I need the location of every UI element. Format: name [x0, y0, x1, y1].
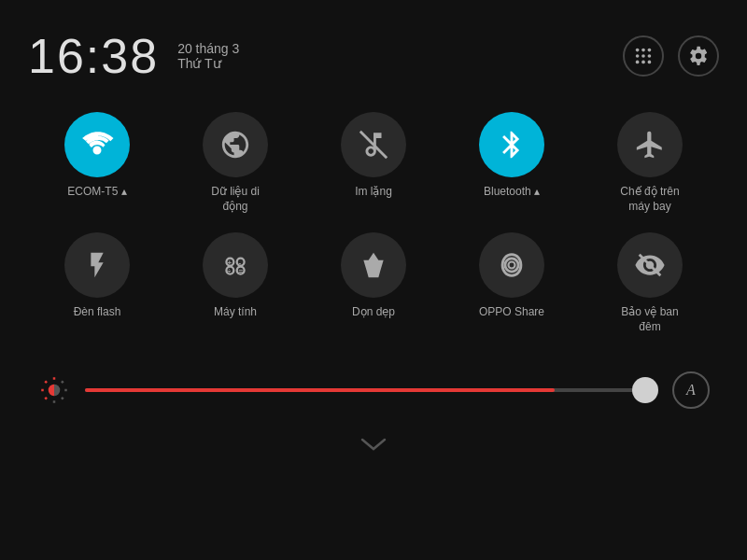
tile-calculator[interactable]: + - = ÷ Máy tính [179, 232, 291, 320]
calculator-label: Máy tính [214, 305, 257, 320]
svg-point-4 [641, 54, 645, 58]
notification-shade: 16:38 20 tháng 3 Thứ Tư [0, 0, 747, 560]
tile-wifi[interactable]: ECOM-T5 ▴ [41, 112, 153, 200]
brightness-slider[interactable] [85, 388, 658, 392]
tile-eye-protect[interactable]: Bảo vệ banđêm [594, 232, 706, 334]
bluetooth-label: Bluetooth ▴ [484, 185, 540, 200]
date-info: 20 tháng 3 Thứ Tư [177, 41, 239, 71]
svg-point-23 [49, 385, 61, 397]
flashlight-icon-circle [64, 232, 130, 298]
wifi-label: ECOM-T5 ▴ [67, 185, 126, 200]
svg-point-8 [648, 61, 652, 64]
mobile-data-label: Dữ liệu diđộng [211, 185, 260, 214]
gear-icon [688, 46, 709, 66]
bluetooth-icon-circle [479, 112, 544, 177]
bluetooth-icon [496, 129, 528, 161]
eye-icon [634, 249, 666, 281]
oppo-share-label: OPPO Share [479, 305, 544, 320]
tile-silent[interactable]: Im lặng [317, 112, 430, 200]
wifi-icon [80, 128, 114, 161]
silent-icon-circle [341, 112, 406, 177]
tile-flashlight[interactable]: Đèn flash [41, 232, 153, 320]
svg-line-26 [45, 382, 47, 384]
cleanup-icon [359, 250, 388, 280]
share-icon [496, 249, 528, 281]
date-line1: 20 tháng 3 [177, 41, 239, 56]
flashlight-label: Đèn flash [74, 305, 121, 320]
bottom-chevron [28, 437, 719, 452]
cleanup-icon-circle [341, 232, 406, 298]
sun-icon [40, 376, 68, 404]
svg-text:-: - [238, 259, 241, 267]
top-bar: 16:38 20 tháng 3 Thứ Tư [28, 19, 719, 103]
svg-text:÷: ÷ [228, 268, 232, 274]
svg-text:+: + [228, 259, 233, 267]
svg-point-5 [648, 54, 652, 58]
settings-icon-button[interactable] [678, 35, 719, 77]
svg-line-27 [62, 398, 63, 399]
calculator-icon: + - = ÷ [218, 248, 252, 282]
time-section: 16:38 20 tháng 3 Thứ Tư [28, 28, 239, 84]
grid-icon [633, 46, 654, 66]
svg-line-30 [45, 398, 47, 399]
chevron-down-icon [359, 437, 388, 452]
tiles-row-2: Đèn flash + - = ÷ Máy tính [28, 232, 719, 334]
svg-rect-18 [370, 273, 377, 274]
date-line2: Thứ Tư [177, 56, 239, 71]
tiles-row-1: ECOM-T5 ▴ Dữ liệu diđộng Im lặng [28, 112, 719, 214]
airplane-icon [634, 129, 666, 161]
oppo-share-icon-circle [479, 232, 544, 298]
tile-airplane[interactable]: Chế độ trênmáy bay [594, 112, 706, 214]
silent-icon [358, 129, 389, 161]
svg-point-0 [636, 49, 640, 52]
svg-point-2 [648, 49, 652, 52]
cleanup-label: Dọn dẹp [352, 305, 395, 320]
tile-oppo-share[interactable]: OPPO Share [456, 232, 568, 320]
svg-rect-19 [371, 274, 377, 276]
wifi-icon-circle [64, 112, 130, 177]
eye-protect-label: Bảo vệ banđêm [621, 305, 678, 334]
tile-bluetooth[interactable]: Bluetooth ▴ [456, 112, 568, 200]
top-icons [623, 35, 719, 77]
airplane-label: Chế độ trênmáy bay [620, 185, 679, 214]
svg-point-20 [505, 259, 518, 272]
clock: 16:38 [28, 28, 159, 84]
tile-cleanup[interactable]: Dọn dẹp [317, 232, 430, 320]
mobile-data-icon-circle [203, 112, 268, 177]
airplane-icon-circle [617, 112, 683, 177]
svg-point-1 [641, 49, 645, 52]
brightness-icon [37, 373, 71, 407]
silent-label: Im lặng [355, 185, 392, 200]
svg-point-7 [641, 61, 645, 64]
svg-point-6 [636, 61, 640, 64]
slider-thumb[interactable] [632, 377, 658, 403]
calculator-icon-circle: + - = ÷ [203, 232, 268, 298]
grid-icon-button[interactable] [623, 35, 664, 77]
auto-brightness-button[interactable]: A [672, 371, 710, 409]
svg-point-21 [508, 262, 514, 269]
eye-protect-icon-circle [617, 232, 683, 298]
svg-point-3 [636, 54, 640, 58]
svg-text:=: = [238, 267, 243, 275]
globe-icon [219, 129, 251, 161]
slider-fill [85, 388, 555, 392]
brightness-bar: A [28, 357, 719, 423]
flashlight-icon [82, 250, 112, 280]
svg-line-31 [62, 382, 63, 384]
tile-mobile-data[interactable]: Dữ liệu diđộng [179, 112, 291, 214]
